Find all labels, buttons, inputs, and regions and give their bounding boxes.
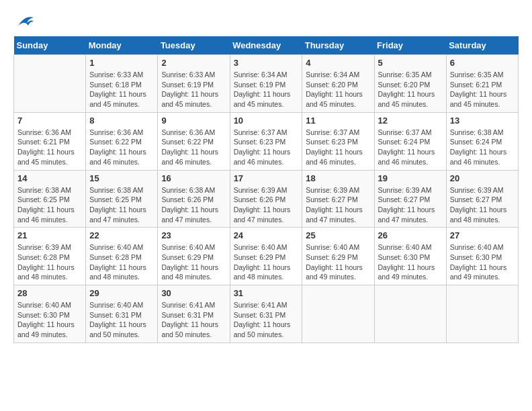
day-number: 27 <box>450 230 515 240</box>
day-number: 26 <box>378 230 443 240</box>
calendar-cell: 13Sunrise: 6:38 AM Sunset: 6:24 PM Dayli… <box>446 112 518 170</box>
day-number: 30 <box>161 288 226 298</box>
day-info: Sunrise: 6:40 AM Sunset: 6:31 PM Dayligh… <box>89 300 154 340</box>
day-number: 3 <box>234 58 299 68</box>
day-info: Sunrise: 6:38 AM Sunset: 6:24 PM Dayligh… <box>450 128 515 167</box>
weekday-header-friday: Friday <box>374 36 446 55</box>
calendar-cell: 3Sunrise: 6:34 AM Sunset: 6:19 PM Daylig… <box>230 55 302 113</box>
calendar-cell: 10Sunrise: 6:37 AM Sunset: 6:23 PM Dayli… <box>230 112 302 170</box>
calendar-cell: 30Sunrise: 6:41 AM Sunset: 6:31 PM Dayli… <box>158 285 230 343</box>
calendar-cell <box>446 285 518 343</box>
day-number: 8 <box>89 116 154 126</box>
weekday-header-sunday: Sunday <box>14 36 86 55</box>
day-number: 19 <box>378 173 443 183</box>
day-info: Sunrise: 6:39 AM Sunset: 6:27 PM Dayligh… <box>306 185 370 225</box>
calendar-cell <box>374 285 446 343</box>
day-info: Sunrise: 6:33 AM Sunset: 6:19 PM Dayligh… <box>161 70 226 109</box>
day-info: Sunrise: 6:36 AM Sunset: 6:22 PM Dayligh… <box>89 128 154 167</box>
calendar-cell: 19Sunrise: 6:39 AM Sunset: 6:27 PM Dayli… <box>374 170 446 228</box>
calendar-cell <box>302 285 374 343</box>
calendar-cell: 5Sunrise: 6:35 AM Sunset: 6:20 PM Daylig… <box>374 55 446 113</box>
calendar-cell: 7Sunrise: 6:36 AM Sunset: 6:21 PM Daylig… <box>14 112 86 170</box>
calendar-cell: 16Sunrise: 6:38 AM Sunset: 6:26 PM Dayli… <box>158 170 230 228</box>
week-row-3: 14Sunrise: 6:38 AM Sunset: 6:25 PM Dayli… <box>14 170 519 228</box>
day-number: 25 <box>306 230 370 240</box>
day-number: 2 <box>161 58 226 68</box>
calendar-cell: 11Sunrise: 6:37 AM Sunset: 6:23 PM Dayli… <box>302 112 374 170</box>
day-info: Sunrise: 6:40 AM Sunset: 6:30 PM Dayligh… <box>450 242 515 282</box>
calendar-cell: 2Sunrise: 6:33 AM Sunset: 6:19 PM Daylig… <box>158 55 230 113</box>
day-number: 31 <box>234 288 299 298</box>
calendar-cell: 24Sunrise: 6:40 AM Sunset: 6:29 PM Dayli… <box>230 228 302 285</box>
day-info: Sunrise: 6:36 AM Sunset: 6:22 PM Dayligh… <box>161 128 226 167</box>
day-number: 23 <box>161 230 226 240</box>
header-row: SundayMondayTuesdayWednesdayThursdayFrid… <box>14 36 519 55</box>
week-row-4: 21Sunrise: 6:39 AM Sunset: 6:28 PM Dayli… <box>14 228 519 285</box>
weekday-header-saturday: Saturday <box>446 36 518 55</box>
day-info: Sunrise: 6:34 AM Sunset: 6:19 PM Dayligh… <box>234 70 299 109</box>
day-number: 4 <box>306 58 370 68</box>
day-info: Sunrise: 6:37 AM Sunset: 6:24 PM Dayligh… <box>378 128 443 167</box>
day-info: Sunrise: 6:38 AM Sunset: 6:25 PM Dayligh… <box>89 185 154 225</box>
day-info: Sunrise: 6:38 AM Sunset: 6:25 PM Dayligh… <box>17 185 82 225</box>
day-number: 10 <box>234 116 299 126</box>
weekday-header-monday: Monday <box>86 36 158 55</box>
day-number: 5 <box>378 58 443 68</box>
calendar-cell: 21Sunrise: 6:39 AM Sunset: 6:28 PM Dayli… <box>14 228 86 285</box>
day-info: Sunrise: 6:38 AM Sunset: 6:26 PM Dayligh… <box>161 185 226 225</box>
day-number: 22 <box>89 230 154 240</box>
header <box>13 13 519 30</box>
calendar-cell: 22Sunrise: 6:40 AM Sunset: 6:28 PM Dayli… <box>86 228 158 285</box>
week-row-2: 7Sunrise: 6:36 AM Sunset: 6:21 PM Daylig… <box>14 112 519 170</box>
weekday-header-wednesday: Wednesday <box>230 36 302 55</box>
calendar-cell: 6Sunrise: 6:35 AM Sunset: 6:21 PM Daylig… <box>446 55 518 113</box>
day-number: 18 <box>306 173 370 183</box>
day-number: 21 <box>17 230 82 240</box>
day-number: 11 <box>306 116 370 126</box>
week-row-5: 28Sunrise: 6:40 AM Sunset: 6:30 PM Dayli… <box>14 285 519 343</box>
day-info: Sunrise: 6:41 AM Sunset: 6:31 PM Dayligh… <box>234 300 299 340</box>
calendar-cell: 12Sunrise: 6:37 AM Sunset: 6:24 PM Dayli… <box>374 112 446 170</box>
calendar-cell: 15Sunrise: 6:38 AM Sunset: 6:25 PM Dayli… <box>86 170 158 228</box>
day-info: Sunrise: 6:36 AM Sunset: 6:21 PM Dayligh… <box>17 128 82 167</box>
weekday-header-thursday: Thursday <box>302 36 374 55</box>
logo <box>13 13 35 30</box>
day-info: Sunrise: 6:37 AM Sunset: 6:23 PM Dayligh… <box>306 128 370 167</box>
day-info: Sunrise: 6:39 AM Sunset: 6:28 PM Dayligh… <box>17 242 82 282</box>
calendar-cell: 27Sunrise: 6:40 AM Sunset: 6:30 PM Dayli… <box>446 228 518 285</box>
weekday-header-tuesday: Tuesday <box>158 36 230 55</box>
day-number: 9 <box>161 116 226 126</box>
day-number: 20 <box>450 173 515 183</box>
day-info: Sunrise: 6:40 AM Sunset: 6:29 PM Dayligh… <box>234 242 299 282</box>
day-number: 6 <box>450 58 515 68</box>
day-info: Sunrise: 6:40 AM Sunset: 6:30 PM Dayligh… <box>378 242 443 282</box>
day-info: Sunrise: 6:41 AM Sunset: 6:31 PM Dayligh… <box>161 300 226 340</box>
calendar-cell <box>14 55 86 113</box>
day-number: 24 <box>234 230 299 240</box>
day-number: 17 <box>234 173 299 183</box>
day-info: Sunrise: 6:35 AM Sunset: 6:21 PM Dayligh… <box>450 70 515 109</box>
calendar-cell: 31Sunrise: 6:41 AM Sunset: 6:31 PM Dayli… <box>230 285 302 343</box>
calendar-cell: 25Sunrise: 6:40 AM Sunset: 6:29 PM Dayli… <box>302 228 374 285</box>
day-info: Sunrise: 6:40 AM Sunset: 6:28 PM Dayligh… <box>89 242 154 282</box>
day-number: 7 <box>17 116 82 126</box>
calendar-cell: 26Sunrise: 6:40 AM Sunset: 6:30 PM Dayli… <box>374 228 446 285</box>
calendar-cell: 28Sunrise: 6:40 AM Sunset: 6:30 PM Dayli… <box>14 285 86 343</box>
day-number: 13 <box>450 116 515 126</box>
day-info: Sunrise: 6:39 AM Sunset: 6:26 PM Dayligh… <box>234 185 299 225</box>
day-number: 1 <box>89 58 154 68</box>
day-info: Sunrise: 6:40 AM Sunset: 6:29 PM Dayligh… <box>161 242 226 282</box>
calendar-cell: 1Sunrise: 6:33 AM Sunset: 6:18 PM Daylig… <box>86 55 158 113</box>
day-number: 14 <box>17 173 82 183</box>
calendar-cell: 8Sunrise: 6:36 AM Sunset: 6:22 PM Daylig… <box>86 112 158 170</box>
day-number: 29 <box>89 288 154 298</box>
day-info: Sunrise: 6:34 AM Sunset: 6:20 PM Dayligh… <box>306 70 370 109</box>
calendar-cell: 17Sunrise: 6:39 AM Sunset: 6:26 PM Dayli… <box>230 170 302 228</box>
day-info: Sunrise: 6:40 AM Sunset: 6:29 PM Dayligh… <box>306 242 370 282</box>
calendar-cell: 18Sunrise: 6:39 AM Sunset: 6:27 PM Dayli… <box>302 170 374 228</box>
logo-bird-icon <box>15 13 35 30</box>
week-row-1: 1Sunrise: 6:33 AM Sunset: 6:18 PM Daylig… <box>14 55 519 113</box>
calendar-cell: 14Sunrise: 6:38 AM Sunset: 6:25 PM Dayli… <box>14 170 86 228</box>
day-info: Sunrise: 6:37 AM Sunset: 6:23 PM Dayligh… <box>234 128 299 167</box>
day-number: 15 <box>89 173 154 183</box>
